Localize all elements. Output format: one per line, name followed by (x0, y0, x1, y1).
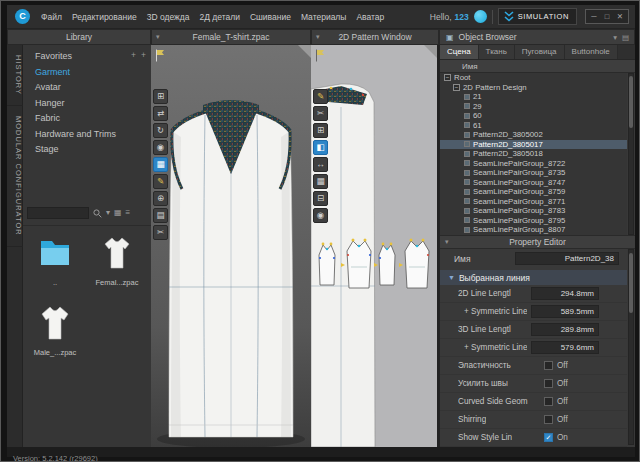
search-icon[interactable] (93, 209, 102, 218)
viewport-tool-icon-active[interactable]: ◧ (313, 140, 328, 155)
tab-modular-configurator[interactable]: MODULAR CONFIGURATOR (7, 106, 23, 247)
scrollbar-thumb[interactable] (629, 253, 633, 313)
2d-pattern-viewport[interactable]: ✎ ✂ ⊞ ◧ ↔ ▦ ⊟ ◉ (311, 45, 439, 447)
menu-3d-garment[interactable]: 3D одежда (142, 12, 195, 22)
library-item-fabric[interactable]: Fabric (23, 111, 151, 127)
tree-item[interactable]: SeamLinePairGroup_8795 (440, 216, 627, 226)
section-collapse-icon[interactable]: ▼ (448, 274, 455, 281)
expander-icon[interactable]: − (444, 74, 451, 81)
viewport-corner-handle-icon[interactable] (424, 45, 437, 58)
viewport-tool-icon[interactable]: ⊕ (153, 191, 168, 206)
library-file-female-tshirt[interactable]: Femal...zpac (89, 233, 145, 297)
viewport-tool-icon[interactable]: ◉ (153, 140, 168, 155)
tree-item-2d-pattern-design[interactable]: −2D Pattern Design (440, 83, 627, 93)
menu-2d-patterns[interactable]: 2Д детали (194, 12, 244, 22)
viewport-tool-icon[interactable]: ⊞ (313, 123, 328, 138)
tab-2d-pattern-window[interactable]: ▾ 2D Pattern Window (311, 29, 439, 45)
library-item-avatar[interactable]: Avatar (23, 80, 151, 96)
tree-item[interactable]: Pattern2D_3805018 (440, 149, 627, 159)
viewport-tool-icon[interactable]: ⇄ (153, 106, 168, 121)
menu-avatar[interactable]: Аватар (351, 12, 389, 22)
library-item-garment[interactable]: Garment (23, 65, 151, 81)
property-value-field[interactable]: 289.8mm (531, 323, 599, 336)
checkbox-unchecked[interactable] (544, 361, 553, 370)
checkbox-checked[interactable]: ✓ (544, 433, 553, 442)
tree-item-selected[interactable]: Pattern2D_3805017 (440, 140, 627, 150)
viewport-tool-icon[interactable]: ↻ (153, 123, 168, 138)
viewport-tool-icon[interactable]: ▤ (153, 208, 168, 223)
property-value-field[interactable]: 589.5mm (531, 305, 599, 318)
tab-caret-icon[interactable]: ▾ (316, 33, 320, 41)
checkbox-unchecked[interactable] (544, 397, 553, 406)
add-folder-icon[interactable]: + (141, 50, 146, 60)
panel-menu-icon[interactable]: ▤ (622, 33, 629, 42)
library-file-male-tshirt[interactable]: Male_...zpac (27, 303, 83, 367)
close-button[interactable]: ✕ (615, 11, 625, 22)
viewport-tool-icon[interactable]: ⊞ (153, 89, 168, 104)
viewport-corner-handle-icon[interactable] (298, 45, 311, 58)
viewport-tool-icon[interactable]: ▦ (313, 174, 328, 189)
tree-item[interactable]: Pattern2D_3805002 (440, 130, 627, 140)
library-search-input[interactable] (27, 207, 89, 219)
property-value-field[interactable]: 579.6mm (531, 341, 599, 354)
checkbox-unchecked[interactable] (544, 415, 553, 424)
viewport-tool-icon[interactable]: ✎ (313, 89, 328, 104)
minimize-button[interactable]: ─ (589, 11, 599, 22)
tree-item[interactable]: SeamLinePairGroup_8722 (440, 159, 627, 169)
tab-history[interactable]: HISTORY (7, 45, 23, 106)
tree-item-root[interactable]: −Root (440, 73, 627, 83)
tree-item[interactable]: 61 (440, 121, 627, 131)
menu-edit[interactable]: Редактирование (67, 12, 142, 22)
section-selected-line[interactable]: ▼ Выбранная линия (440, 270, 627, 285)
tree-item[interactable]: 60 (440, 111, 627, 121)
maximize-button[interactable]: □ (602, 11, 612, 22)
tree-item[interactable]: SeamLinePairGroup_8747 (440, 178, 627, 188)
tree-item[interactable]: SeamLinePairGroup_8807 (440, 225, 627, 235)
library-item-hanger[interactable]: Hanger (23, 96, 151, 112)
tab-scene[interactable]: Сцена (440, 45, 479, 59)
name-value-field[interactable]: Pattern2D_38 (515, 252, 619, 265)
tab-3d-garment[interactable]: ▾ Female_T-shirt.zpac (151, 29, 311, 45)
simulation-button[interactable]: SIMULATION (498, 8, 577, 25)
menu-file[interactable]: Файл (36, 12, 67, 22)
tab-fabric[interactable]: Ткань (479, 45, 515, 59)
add-favorite-icon[interactable]: + (131, 50, 136, 60)
library-item-hardware-and-trims[interactable]: Hardware and Trims (23, 127, 151, 143)
tab-caret-icon[interactable]: ▾ (156, 33, 160, 41)
collapse-panel-icon[interactable]: ▾ (613, 33, 617, 42)
username-link[interactable]: 123 (455, 12, 469, 22)
tree-item[interactable]: SeamLinePairGroup_8771 (440, 197, 627, 207)
viewport-tool-icon[interactable]: ◉ (313, 208, 328, 223)
viewport-tool-icon[interactable]: ✎ (153, 174, 168, 189)
property-value-field[interactable]: 294.8mm (531, 287, 599, 300)
list-view-icon[interactable]: ≡ (126, 207, 131, 219)
tree-scrollbar[interactable] (628, 73, 634, 235)
checkbox-unchecked[interactable] (544, 379, 553, 388)
3d-garment-viewport[interactable]: ⊞ ⇄ ↻ ◉ ▦ ✎ ⊕ ▤ ✂ (151, 45, 311, 447)
tree-item[interactable]: 29 (440, 102, 627, 112)
property-editor-scrollbar[interactable] (628, 249, 634, 445)
tree-item[interactable]: 21 (440, 92, 627, 102)
viewport-tool-icon-active[interactable]: ▦ (153, 157, 168, 172)
viewport-tool-icon[interactable]: ↔ (313, 157, 328, 172)
tab-button[interactable]: Пуговица (515, 45, 565, 59)
tree-item[interactable]: SeamLinePairGroup_8759 (440, 187, 627, 197)
viewport-flag-icon[interactable] (315, 49, 326, 62)
viewport-tool-icon[interactable]: ✂ (153, 225, 168, 240)
menu-materials[interactable]: Материалы (296, 12, 352, 22)
tab-buttonhole[interactable]: Buttonhole (565, 45, 618, 59)
tree-item[interactable]: SeamLinePairGroup_8735 (440, 168, 627, 178)
library-file-parent-folder[interactable]: .. (27, 233, 83, 297)
viewport-tool-icon[interactable]: ⊟ (313, 191, 328, 206)
viewport-tool-icon[interactable]: ✂ (313, 106, 328, 121)
tree-item[interactable]: SeamLinePairGroup_8783 (440, 206, 627, 216)
app-logo-icon[interactable]: C (15, 9, 30, 24)
library-item-stage[interactable]: Stage (23, 142, 151, 158)
viewport-flag-icon[interactable] (155, 49, 166, 62)
menu-sewing[interactable]: Сшивание (245, 12, 296, 22)
scrollbar-thumb[interactable] (629, 76, 633, 128)
grid-view-icon[interactable]: ▦ (114, 207, 122, 219)
connect-cloud-icon[interactable] (474, 10, 487, 23)
collapse-panel-icon[interactable]: ▾ (445, 238, 449, 246)
expander-icon[interactable]: − (453, 84, 460, 91)
